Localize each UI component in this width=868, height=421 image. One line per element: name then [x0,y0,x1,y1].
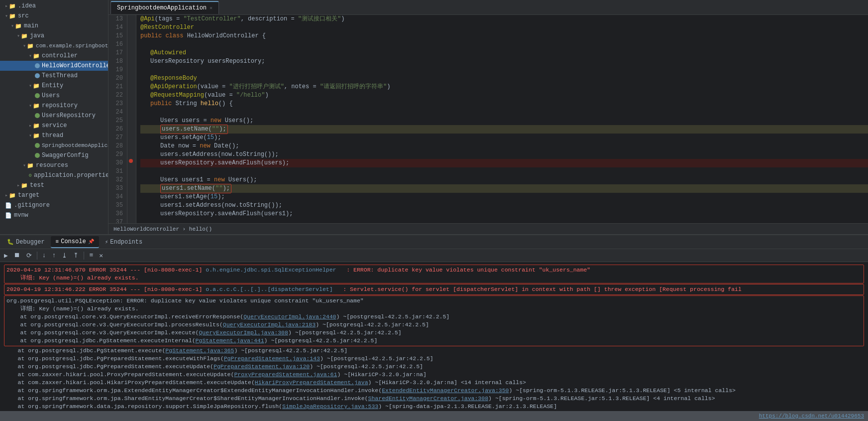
sidebar-item-controller[interactable]: 📁 controller [0,51,108,61]
tab-springbootdemo[interactable]: SpringbootdemoApplication ✕ [110,1,219,14]
code-line-29: users.setAddress(now.toString()); [140,150,868,159]
link-PgPreparedStatement-120[interactable]: PgPreparedStatement.java:120 [214,363,310,370]
sidebar-item-users[interactable]: Users [0,91,108,101]
entity-arrow [29,83,32,89]
sidebar-item-resources[interactable]: 📁 resources [0,160,108,170]
toolbar-restart-btn[interactable]: ⟳ [24,251,34,261]
repository-label: repository [42,102,78,109]
sidebar-item-test-thread[interactable]: TestThread [0,71,108,81]
link-QueryExecutorImpl-308[interactable]: QueryExecutorImpl.java:308 [199,329,288,336]
stack-trace-7: at org.postgresql.jdbc.PgPreparedStateme… [4,363,864,371]
code-line-37 [140,218,868,223]
stack-trace-11: at org.springframework.orm.jpa.SharedEnt… [4,395,864,403]
code-line-19 [140,66,868,74]
sidebar-item-gitignore[interactable]: 📄 .gitignore [0,200,108,210]
console-icon: ≡ [56,239,59,245]
repository-folder-icon: 📁 [33,103,40,109]
console-output[interactable]: 2020-04-19 12:31:46.070 ERROR 35244 --- … [0,262,868,411]
sidebar-item-hello-world-controller[interactable]: HelloWorldController [0,61,108,71]
error-block-2: 2020-04-19 12:31:46.222 ERROR 35244 --- … [4,284,864,295]
code-line-15: public class HelloWorldController { [140,32,868,40]
line-numbers: 1314151617 1819202122 2324252627 2829303… [108,15,127,223]
toolbar-bottom-btn[interactable]: ⤓ [60,251,69,261]
stack-trace-header: org.postgresql.util.PSQLException: ERROR… [6,297,862,305]
link-PgPreparedStatement-143[interactable]: PgPreparedStatement.java:143 [224,355,320,362]
repository-arrow [29,103,32,109]
link-QueryExecutorImpl-2183[interactable]: QueryExecutorImpl.java:2183 [223,321,316,328]
gitignore-label: .gitignore [14,202,50,209]
src-arrow [5,13,8,19]
sidebar-item-thread[interactable]: 📁 thread [0,131,108,140]
tab-console[interactable]: ≡ Console 📌 [51,236,99,248]
resources-arrow [23,162,26,168]
com-example-folder-icon: 📁 [27,43,34,49]
src-label: src [18,12,29,19]
sidebar-item-application-properties[interactable]: ⚙ application.properties [0,170,108,180]
sidebar-item-idea[interactable]: 📁 .idea [0,1,108,11]
sidebar-item-mvnw[interactable]: 📄 mvnw [0,210,108,220]
stack-trace-12: at org.springframework.data.jpa.reposito… [4,403,864,411]
link-SimpleJpaRepository-533[interactable]: SimpleJpaRepository.java:533 [282,403,378,410]
sidebar-item-test[interactable]: 📁 test [0,180,108,190]
toolbar-stop-btn[interactable]: ⏹ [12,251,22,260]
tab-endpoints[interactable]: ⚡ Endpoints [100,236,147,248]
code-line-23: public String hello() { [140,100,868,108]
stack-trace-6: at org.postgresql.jdbc.PgPreparedStateme… [4,355,864,363]
application-properties-label: application.properties [34,172,108,179]
sidebar-item-com-example[interactable]: 📁 com.example.springbootdemo [0,41,108,51]
target-folder-icon: 📁 [9,192,16,199]
toolbar-down-btn[interactable]: ↓ [40,251,48,260]
sidebar-item-repository[interactable]: 📁 repository [0,101,108,111]
hello-world-controller-icon [35,63,40,68]
springbootdemo-app-icon [35,143,40,148]
code-line-34: users1.setAge(15); [140,193,868,201]
tab-close-icon[interactable]: ✕ [210,5,213,11]
link-PgStatement-441[interactable]: PgStatement.java:441 [196,337,264,344]
gitignore-icon: 📄 [5,202,12,209]
sidebar-item-main[interactable]: 📁 main [0,21,108,31]
stack-trace-5: at org.postgresql.jdbc.PgStatement.execu… [4,347,864,355]
stack-trace-9: at com.zaxxer.hikari.pool.HikariProxyPre… [4,379,864,387]
users-label: Users [42,92,60,99]
tab-debugger[interactable]: 🐛 Debugger [2,236,50,248]
stack-trace-4: at org.postgresql.jdbc.PgStatement.execu… [6,337,862,345]
sidebar-item-target[interactable]: 📁 target [0,190,108,200]
endpoints-label: Endpoints [110,239,142,246]
sidebar-item-springbootdemo-app[interactable]: SpringbootdemoApplicatio... [0,140,108,150]
java-folder-icon: 📁 [21,33,28,39]
link-SharedEntityManagerCreator-308[interactable]: SharedEntityManagerCreator.java:308 [368,395,489,402]
divider-1 [37,252,37,260]
sidebar-item-service[interactable]: 📁 service [0,121,108,131]
endpoints-icon: ⚡ [105,239,108,245]
error-block-1: 2020-04-19 12:31:46.070 ERROR 35244 --- … [4,265,864,283]
sidebar-item-users-repository[interactable]: UsersRepository [0,111,108,121]
code-line-16 [140,40,868,49]
hello-world-controller-label: HelloWorldController [42,62,108,69]
test-thread-label: TestThread [42,72,78,79]
controller-arrow [29,53,32,59]
code-line-21: @ApiOperation(value = "进行打招呼户测试", notes … [140,83,868,91]
debugger-icon: 🐛 [7,239,14,245]
target-label: target [18,192,39,199]
toolbar-run-btn[interactable]: ▶ [2,251,10,261]
link-ExtendedEntityManagerCreator-350[interactable]: ExtendedEntityManagerCreator.java:350 [382,387,509,394]
link-HikariProxyPreparedStatement[interactable]: HikariProxyPreparedStatement.java [255,379,368,386]
sidebar-item-src[interactable]: 📁 src [0,11,108,21]
status-url[interactable]: https://blog.csdn.net/u014429653 [759,413,864,419]
service-folder-icon: 📁 [33,123,40,129]
code-line-26: users.setName(""); [140,125,868,134]
users-repository-icon [35,113,40,118]
breadcrumb-text: HelloWorldController › hello() [113,226,212,232]
toolbar-up-btn[interactable]: ↑ [50,251,58,260]
link-ProxyPreparedStatement-61[interactable]: ProxyPreparedStatement.java:61 [234,371,337,378]
sidebar-item-entity[interactable]: 📁 Entity [0,81,108,91]
toolbar-close-btn[interactable]: ✕ [97,251,105,261]
service-label: service [42,122,67,129]
link-QueryExecutorImpl-2440[interactable]: QueryExecutorImpl.java:2440 [243,313,336,320]
link-PgStatement-365[interactable]: PgStatement.java:365 [165,347,234,354]
toolbar-top-btn[interactable]: ⤒ [71,251,81,261]
sidebar-item-java[interactable]: 📁 java [0,31,108,41]
code-panel[interactable]: @Api(tags = "TestController", descriptio… [136,15,868,223]
toolbar-menu-btn[interactable]: ≡ [87,251,95,260]
sidebar-item-swagger-config[interactable]: SwaggerConfig [0,150,108,160]
